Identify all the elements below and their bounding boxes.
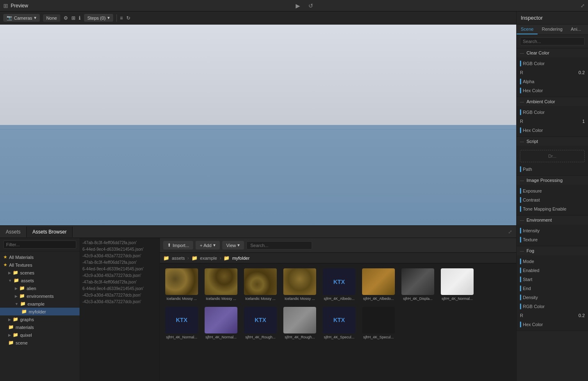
tree-item-scene[interactable]: 📁 scene <box>0 339 80 347</box>
bottom-panel-header: Assets Assets Browser ⤢ <box>0 226 516 238</box>
asset-item-8[interactable]: KTX sjfrH_4K_Normal... <box>163 305 200 341</box>
tree-item-alien[interactable]: ▶ 📁 alien <box>0 284 80 292</box>
none-dropdown[interactable]: None <box>43 14 60 22</box>
fog-hex-row: Hex Color <box>517 320 588 329</box>
asset-item-1[interactable]: Icelandic Mossy ... <box>203 267 239 303</box>
assets-label: assets <box>21 278 34 283</box>
section-image-processing-body: Exposure Contrast Tone Mapping Enable <box>517 185 588 215</box>
section-environment-header[interactable]: — Environment <box>517 215 588 225</box>
breadcrumb-assets[interactable]: assets <box>172 256 185 261</box>
replay-button[interactable]: ↺ <box>306 2 316 10</box>
intensity-label: Intensity <box>523 228 585 233</box>
folder-icon-alien: 📁 <box>19 286 25 291</box>
asset-item-10[interactable]: KTX sjfrH_4K_Rough... <box>242 305 279 341</box>
asset-item-3[interactable]: Icelandic Mossy ... <box>281 267 318 303</box>
asset-item-4[interactable]: KTX sjfrH_4K_Albedo... <box>321 267 358 303</box>
tab-assets[interactable]: Assets <box>0 227 27 237</box>
blue-bar-contrast <box>520 197 521 203</box>
list-icon[interactable]: ≡ <box>120 15 123 21</box>
filter-input[interactable] <box>3 240 76 249</box>
top-bar-left: ⊞ Preview <box>0 2 32 9</box>
folder-icon-assets: 📁 <box>14 278 19 283</box>
scene-label: scene <box>16 340 27 345</box>
section-clear-color-body: RGB Color R 0.2 Alpha Hex Color <box>517 57 588 97</box>
asset-item-6[interactable]: sjfrH_4K_Displa... <box>399 267 436 303</box>
inspector-search-input[interactable] <box>520 37 585 45</box>
hex-color-row: Hex Color <box>517 86 588 95</box>
camera-dropdown[interactable]: 📷 Cameras ▾ <box>3 14 40 22</box>
expand-icon-example: ▼ <box>15 302 18 306</box>
tab-scene[interactable]: Scene <box>517 25 538 34</box>
log-item-8: -42c9-a30d-492a77227dcb.json' <box>82 292 158 299</box>
play-button[interactable]: ▶ <box>293 2 303 10</box>
log-item-2: -42c9-a30d-492a77227dcb.json' <box>82 253 158 259</box>
tree-item-myfolder[interactable]: 📁 myfolder <box>0 308 80 315</box>
fog-r-row: R 0.2 <box>517 311 588 320</box>
tree-item-all-textures[interactable]: ★ All Textures <box>0 261 80 269</box>
blue-bar-fog-rgb <box>520 304 521 309</box>
asset-item-5[interactable]: sjfrH_4K_Albedo... <box>360 267 397 303</box>
steps-dropdown[interactable]: Steps (0) ▾ <box>84 14 113 22</box>
section-script: — Script Dr... Path <box>517 137 588 176</box>
folder-icon-scene: 📁 <box>8 340 14 345</box>
tree-item-all-materials[interactable]: ★ All Materials <box>0 253 80 261</box>
section-fog-header[interactable]: — Fog <box>517 246 588 255</box>
asset-item-9[interactable]: sjfrH_4K_Normal... <box>203 305 239 341</box>
refresh-icon[interactable]: ↻ <box>126 15 130 21</box>
tree-item-scenes[interactable]: ▶ 📁 scenes <box>0 269 80 277</box>
exposure-label: Exposure <box>523 188 585 193</box>
import-button[interactable]: ⬆ Import... <box>163 241 193 249</box>
collapse-icon-clear: — <box>520 51 524 55</box>
tab-animation[interactable]: Ani... <box>567 25 585 34</box>
section-clear-color-header[interactable]: — Clear Color <box>517 48 588 57</box>
preview-toolbar: 📷 Cameras ▾ None ⚙ ⊞ ℹ Steps (0) ▾ ≡ ↻ <box>0 11 516 25</box>
tree-item-assets[interactable]: ▼ 📁 assets <box>0 277 80 284</box>
section-script-header[interactable]: — Script <box>517 137 588 146</box>
section-ambient-header[interactable]: — Ambient Color <box>517 97 588 106</box>
panel-expand-icon[interactable]: ⤢ <box>504 229 516 235</box>
tab-rendering[interactable]: Rendering <box>538 25 567 34</box>
breadcrumb-myfolder[interactable]: myfolder <box>232 256 249 261</box>
tree-item-graphs[interactable]: ▶ 📁 graphs <box>0 315 80 323</box>
log-item-0: -47ab-8c3f-4eff06dd72fa.json' <box>82 240 158 246</box>
blue-bar-ambient-hex <box>520 127 521 133</box>
asset-thumb-9 <box>205 307 237 333</box>
info-icon[interactable]: ℹ <box>79 15 81 21</box>
assets-search-input[interactable] <box>246 241 312 249</box>
tree-item-environments[interactable]: ▶ 📁 environments <box>0 292 80 300</box>
fog-hex-label: Hex Color <box>523 322 585 327</box>
asset-label-1: Icelandic Mossy ... <box>206 297 236 301</box>
main-layout: 📷 Cameras ▾ None ⚙ ⊞ ℹ Steps (0) ▾ ≡ ↻ <box>0 11 588 381</box>
asset-item-11[interactable]: sjfrH_4K_Rough... <box>281 305 318 341</box>
view-button[interactable]: View ▾ <box>222 241 244 249</box>
ocean-layer <box>0 125 516 225</box>
section-image-processing-header[interactable]: — Image Processing <box>517 176 588 185</box>
grid-view-icon[interactable]: ⊞ <box>71 15 75 21</box>
asset-item-2[interactable]: Icelandic Mossy ... <box>242 267 279 303</box>
fog-mode-row: Mode <box>517 257 588 266</box>
tree-item-materials[interactable]: 📁 materials <box>0 323 80 331</box>
add-button[interactable]: + Add ▾ <box>196 241 219 249</box>
tab-assets-browser[interactable]: Assets Browser <box>27 227 73 237</box>
asset-item-7[interactable]: sjfrH_4K_Normal... <box>439 267 476 303</box>
tone-mapping-label: Tone Mapping Enable <box>523 206 585 211</box>
ktx-label-8: KTX <box>176 317 187 323</box>
asset-item-0[interactable]: Icelandic Mossy ... <box>163 267 200 303</box>
fog-r-value: 0.2 <box>579 313 585 318</box>
fog-rgb-row: RGB Color <box>517 302 588 311</box>
asset-item-13[interactable]: sjfrH_4K_Specul... <box>360 305 397 341</box>
environments-label: environments <box>27 294 54 299</box>
asset-item-12[interactable]: KTX sjfrH_4K_Specul... <box>321 305 358 341</box>
asset-label-2: Icelandic Mossy ... <box>245 297 276 301</box>
tree-item-quixel[interactable]: ▶ 📁 quixel <box>0 331 80 339</box>
script-drop-area[interactable]: Dr... <box>520 150 585 162</box>
fog-mode-label: Mode <box>523 259 585 264</box>
grid-icon[interactable]: ⊞ <box>3 2 8 9</box>
tree-item-example[interactable]: ▼ 📁 example <box>0 300 80 308</box>
hex-color-label: Hex Color <box>523 88 585 93</box>
breadcrumb-example[interactable]: example <box>200 256 217 261</box>
expand-icon[interactable]: ⤢ <box>581 3 585 9</box>
settings-icon[interactable]: ⚙ <box>64 15 68 21</box>
view-chevron-icon: ▾ <box>237 243 240 248</box>
collapse-icon-image: — <box>520 178 524 183</box>
